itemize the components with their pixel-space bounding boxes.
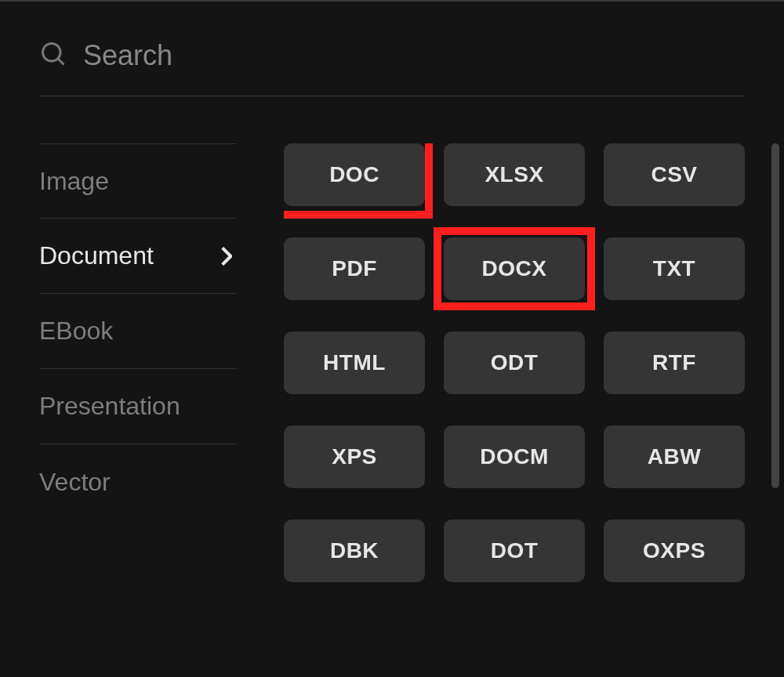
chevron-right-icon [221,247,232,266]
format-label: DOT [491,538,539,563]
format-label: RTF [652,350,696,375]
format-label: DOCM [480,444,549,469]
sidebar-item-presentation[interactable]: Presentation [39,369,237,444]
format-button-oxps[interactable]: OXPS [604,520,745,582]
format-label: ODT [491,350,539,375]
window-top-border [0,0,784,2]
format-button-pdf[interactable]: PDF [284,237,425,300]
format-label: DBK [330,538,379,563]
format-button-dot[interactable]: DOT [444,520,585,582]
format-content: DOC XLSX CSV PDF DOCX TXT HTML ODT RTF X… [284,143,745,677]
format-label: PDF [332,256,377,281]
format-button-xps[interactable]: XPS [284,425,425,488]
svg-point-0 [43,44,61,62]
format-button-doc[interactable]: DOC [284,143,425,206]
format-button-odt[interactable]: ODT [444,331,585,394]
format-button-rtf[interactable]: RTF [604,331,745,394]
svg-line-1 [58,59,64,65]
main-area: Image Document EBook Presentation Vector [39,143,745,677]
sidebar-item-vector[interactable]: Vector [39,444,237,520]
sidebar-item-label: Presentation [39,392,180,421]
panel: Image Document EBook Presentation Vector [0,0,784,677]
format-label: OXPS [643,538,706,563]
sidebar-item-ebook[interactable]: EBook [39,294,237,369]
format-label: TXT [653,256,695,281]
format-button-html[interactable]: HTML [284,331,425,394]
sidebar-item-label: Image [39,167,109,196]
format-button-xlsx[interactable]: XLSX [444,143,585,206]
format-label: ABW [648,444,701,469]
format-button-docm[interactable]: DOCM [444,425,585,488]
sidebar-item-label: EBook [39,317,113,346]
format-label: HTML [323,350,386,375]
format-label: CSV [651,162,697,187]
sidebar-item-document[interactable]: Document [39,219,237,294]
format-label: XLSX [485,162,543,187]
format-button-docx[interactable]: DOCX [444,237,585,300]
search-icon [39,40,67,71]
search-bar [39,39,745,96]
format-label: XPS [332,444,377,469]
scrollbar[interactable] [771,143,779,677]
format-button-txt[interactable]: TXT [604,237,745,300]
format-grid: DOC XLSX CSV PDF DOCX TXT HTML ODT RTF X… [284,143,745,677]
search-input[interactable] [83,39,745,72]
sidebar-item-label: Document [39,241,154,270]
sidebar-item-label: Vector [39,468,111,497]
format-button-csv[interactable]: CSV [604,143,745,206]
format-button-abw[interactable]: ABW [604,425,745,488]
scrollbar-thumb[interactable] [771,143,779,488]
category-sidebar: Image Document EBook Presentation Vector [39,143,237,677]
format-label: DOCX [482,256,547,281]
format-label: DOC [329,162,379,187]
format-button-dbk[interactable]: DBK [284,520,425,582]
sidebar-item-image[interactable]: Image [39,143,237,219]
